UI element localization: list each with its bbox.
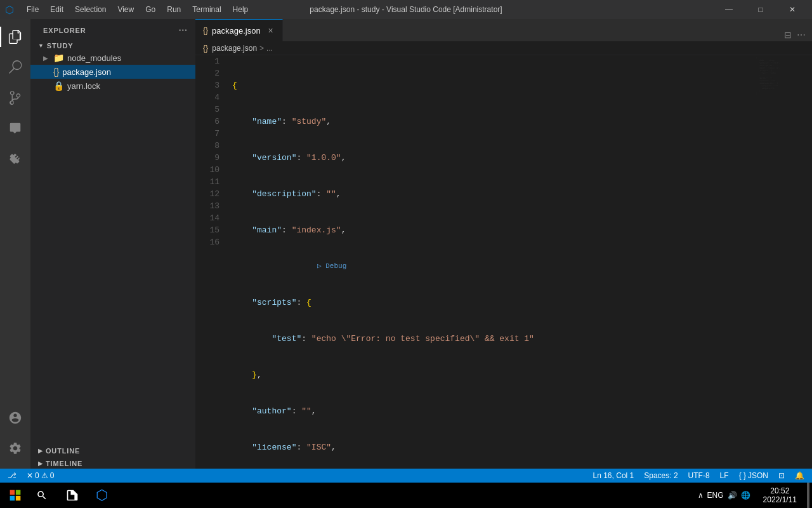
line-num-10: 10 — [195, 164, 219, 176]
line-num-3: 3 — [195, 79, 219, 91]
encoding-label: UTF-8 — [688, 471, 710, 480]
status-errors[interactable]: ✕ 0 ⚠ 0 — [24, 471, 56, 480]
taskbar: ⬡ ∧ ENG 🔊 🌐 20:52 2022/1/11 — [0, 483, 812, 508]
code-line-2: "name": "study", — [232, 116, 755, 128]
code-line-9: "author": "", — [232, 405, 755, 417]
activity-settings-icon[interactable] — [0, 433, 30, 464]
activity-source-control-icon[interactable] — [0, 83, 30, 113]
error-icon: ✕ — [27, 471, 33, 480]
layout-icon: ⊡ — [778, 471, 785, 480]
status-bar-left: ⎇ ✕ 0 ⚠ 0 — [5, 471, 56, 480]
tab-label: package.json — [212, 26, 261, 36]
tab-close-button[interactable]: × — [265, 24, 277, 37]
git-branch-icon: ⎇ — [8, 471, 16, 480]
maximize-button[interactable]: □ — [746, 0, 775, 19]
breadcrumb-more[interactable]: ... — [266, 44, 273, 53]
tree-item-package-json[interactable]: {} package.json — [30, 65, 195, 79]
activity-extensions-icon[interactable] — [0, 144, 30, 174]
taskbar-vscode-icon[interactable]: ⬡ — [88, 483, 115, 508]
editor-area: {} package.json × ⊟ ⋯ {} package.json > … — [195, 19, 812, 469]
title-bar-left: ⬡ File Edit Selection View Go Run Termin… — [5, 4, 253, 16]
editor-content: 1 2 3 4 5 6 7 8 9 10 11 12 13 14 15 16 { — [195, 55, 812, 469]
explorer-title: Explorer — [43, 27, 86, 34]
split-editor-icon[interactable]: ⊟ — [783, 29, 793, 41]
line-num-2: 2 — [195, 67, 219, 79]
package-json-label: package.json — [62, 67, 111, 77]
minimize-button[interactable]: — — [714, 0, 743, 19]
activity-run-debug-icon[interactable] — [0, 113, 30, 144]
close-button[interactable]: ✕ — [778, 0, 807, 19]
menu-terminal[interactable]: Terminal — [187, 4, 226, 15]
taskbar-explorer-icon[interactable] — [58, 483, 86, 508]
taskbar-pinned-icons: ⬡ — [58, 483, 115, 508]
menu-go[interactable]: Go — [140, 4, 160, 15]
sys-tray-expand[interactable]: ∧ — [698, 491, 704, 500]
title-bar: ⬡ File Edit Selection View Go Run Termin… — [0, 0, 812, 19]
line-num-4: 4 — [195, 91, 219, 104]
error-count: 0 — [35, 471, 39, 480]
app-body: Explorer ⋯ ▼ STUDY ▶ 📁 node_modules {} p… — [0, 19, 812, 469]
line-num-1: 1 — [195, 55, 219, 67]
code-line-8: }, — [232, 369, 755, 381]
sidebar: Explorer ⋯ ▼ STUDY ▶ 📁 node_modules {} p… — [30, 19, 195, 469]
menu-help[interactable]: Help — [228, 4, 254, 15]
svg-rect-2 — [10, 496, 15, 501]
activity-search-icon[interactable] — [0, 52, 30, 83]
volume-icon[interactable]: 🔊 — [728, 491, 737, 500]
position-label: Ln 16, Col 1 — [593, 471, 634, 480]
code-line-1: { — [232, 79, 755, 91]
menu-run[interactable]: Run — [162, 4, 186, 15]
network-icon[interactable]: 🌐 — [741, 491, 750, 500]
status-bar: ⎇ ✕ 0 ⚠ 0 Ln 16, Col 1 Spaces: 2 UTF-8 L… — [0, 469, 812, 483]
status-line-ending[interactable]: LF — [717, 471, 731, 480]
status-layout[interactable]: ⊡ — [776, 471, 787, 480]
outline-section[interactable]: ▶ OUTLINE — [30, 443, 195, 456]
status-notifications[interactable]: 🔔 — [792, 471, 807, 480]
tree-item-node-modules[interactable]: ▶ 📁 node_modules — [30, 51, 195, 65]
folder-icon: 📁 — [53, 53, 64, 63]
activity-account-icon[interactable] — [0, 403, 30, 433]
node-modules-label: node_modules — [67, 53, 121, 63]
taskbar-sys-tray[interactable]: ∧ ENG 🔊 🌐 — [693, 491, 756, 500]
taskbar-clock[interactable]: 20:52 2022/1/11 — [758, 486, 802, 504]
tab-bar-actions: ⊟ ⋯ — [783, 29, 812, 41]
start-button[interactable] — [3, 483, 28, 508]
svg-rect-0 — [10, 490, 15, 495]
line-num-15: 15 — [195, 224, 219, 236]
status-encoding[interactable]: UTF-8 — [686, 471, 712, 480]
explorer-header: Explorer ⋯ — [30, 19, 195, 38]
timeline-section[interactable]: ▶ TIMELINE — [30, 456, 195, 469]
tab-bar: {} package.json × ⊟ ⋯ — [195, 19, 812, 41]
tree-item-yarn-lock[interactable]: 🔒 yarn.lock — [30, 79, 195, 93]
status-language[interactable]: { } JSON — [737, 471, 771, 480]
show-desktop-button[interactable] — [807, 483, 809, 508]
editor-scrollbar[interactable] — [806, 55, 812, 469]
activity-explorer-icon[interactable] — [0, 22, 30, 52]
line-num-14: 14 — [195, 212, 219, 224]
tab-package-json[interactable]: {} package.json × — [195, 19, 283, 41]
study-section[interactable]: ▼ STUDY — [30, 38, 195, 51]
breadcrumb-file[interactable]: {} package.json — [203, 44, 257, 53]
status-bar-right: Ln 16, Col 1 Spaces: 2 UTF-8 LF { } JSON… — [591, 471, 807, 480]
status-position[interactable]: Ln 16, Col 1 — [591, 471, 637, 480]
lang-indicator[interactable]: ENG — [707, 491, 724, 500]
menu-edit[interactable]: Edit — [45, 4, 69, 15]
taskbar-search-icon[interactable] — [28, 483, 56, 508]
more-actions-icon[interactable]: ⋯ — [796, 29, 807, 41]
status-spaces[interactable]: Spaces: 2 — [641, 471, 680, 480]
warning-icon: ⚠ — [41, 471, 48, 480]
menu-selection[interactable]: Selection — [70, 4, 111, 15]
menu-file[interactable]: File — [22, 4, 44, 15]
window-controls: — □ ✕ — [714, 0, 807, 19]
line-num-13: 13 — [195, 200, 219, 212]
line-num-6: 6 — [195, 116, 219, 128]
status-git-branch[interactable]: ⎇ — [5, 471, 19, 480]
window-title: package.json - study - Visual Studio Cod… — [310, 5, 502, 14]
line-num-8: 8 — [195, 140, 219, 152]
code-editor[interactable]: { "name": "study", "version": "1.0.0", "… — [226, 55, 755, 469]
svg-rect-3 — [16, 496, 21, 501]
menu-view[interactable]: View — [112, 4, 139, 15]
line-ending-label: LF — [720, 471, 729, 480]
line-numbers: 1 2 3 4 5 6 7 8 9 10 11 12 13 14 15 16 — [195, 55, 226, 469]
explorer-more-icon[interactable]: ⋯ — [178, 25, 188, 36]
